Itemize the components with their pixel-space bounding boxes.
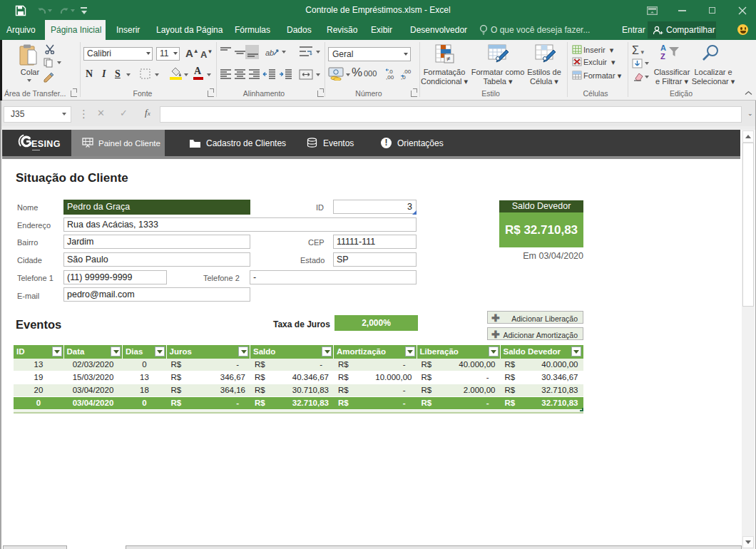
svg-text:ab: ab <box>265 48 274 57</box>
svg-text:≠: ≠ <box>446 55 451 63</box>
svg-text:A: A <box>660 43 666 52</box>
svg-text:Z: Z <box>660 52 665 61</box>
svg-text:,0: ,0 <box>401 74 406 80</box>
svg-text:,00: ,00 <box>386 74 394 80</box>
